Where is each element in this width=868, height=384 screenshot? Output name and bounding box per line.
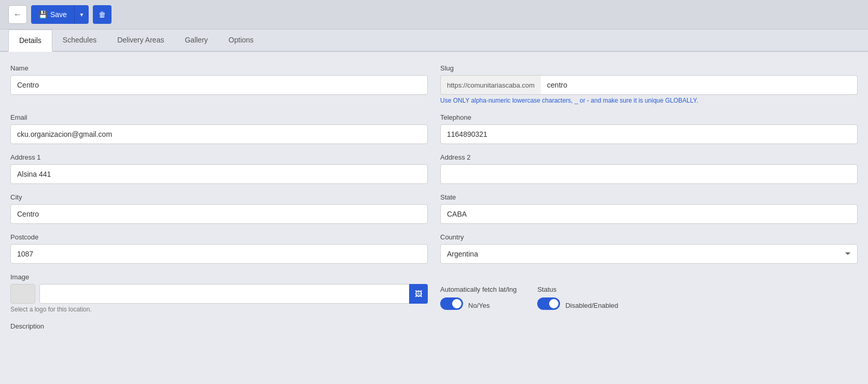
name-group: Name <box>10 64 428 104</box>
image-icon: 🖼 <box>415 290 422 298</box>
slug-group: Slug https://comunitariascaba.com Use ON… <box>440 64 858 104</box>
save-dropdown-button[interactable]: ▼ <box>74 5 89 24</box>
image-input[interactable] <box>39 284 428 304</box>
city-label: City <box>10 193 428 201</box>
telephone-input[interactable] <box>440 124 858 144</box>
auto-fetch-label: Automatically fetch lat/lng <box>440 286 516 293</box>
image-group: Image 🖼 Select a logo for this location. <box>10 273 428 313</box>
status-label: Status <box>537 286 618 293</box>
auto-fetch-slider <box>440 297 463 310</box>
address1-label: Address 1 <box>10 153 428 161</box>
tab-gallery[interactable]: Gallery <box>174 30 218 52</box>
delete-icon: 🗑 <box>99 10 106 19</box>
address1-input[interactable] <box>10 164 428 184</box>
description-group: Description <box>10 322 858 333</box>
email-group: Email <box>10 113 428 144</box>
status-toggle-row: Disabled/Enabled <box>537 297 618 313</box>
state-label: State <box>440 193 858 201</box>
save-main-button[interactable]: 💾 Save <box>31 5 74 24</box>
status-toggle-label: Disabled/Enabled <box>565 302 618 309</box>
status-slider <box>537 297 560 310</box>
address2-group: Address 2 <box>440 153 858 184</box>
image-picker-button[interactable]: 🖼 <box>409 284 428 304</box>
country-label: Country <box>440 233 858 241</box>
slug-input-group: https://comunitariascaba.com <box>440 75 858 95</box>
city-input[interactable] <box>10 204 428 224</box>
auto-fetch-toggle[interactable] <box>440 297 463 310</box>
telephone-group: Telephone <box>440 113 858 144</box>
save-button-group: 💾 Save ▼ <box>31 5 89 24</box>
toolbar: ← 💾 Save ▼ 🗑 <box>0 0 868 30</box>
country-group: Country Argentina <box>440 233 858 264</box>
slug-hint: Use ONLY alpha-numeric lowercase charact… <box>440 97 858 104</box>
slug-label: Slug <box>440 64 858 72</box>
country-select[interactable]: Argentina <box>440 244 858 264</box>
image-hint: Select a logo for this location. <box>10 306 428 313</box>
image-thumbnail <box>10 284 35 304</box>
slug-prefix: https://comunitariascaba.com <box>440 75 541 95</box>
name-input[interactable] <box>10 75 428 95</box>
state-group: State <box>440 193 858 224</box>
delete-button[interactable]: 🗑 <box>93 5 111 24</box>
save-icon: 💾 <box>38 10 47 19</box>
telephone-label: Telephone <box>440 113 858 121</box>
back-button[interactable]: ← <box>8 5 27 24</box>
tab-details[interactable]: Details <box>8 30 52 52</box>
form-area: Name Slug https://comunitariascaba.com U… <box>0 52 868 384</box>
tab-bar: Details Schedules Delivery Areas Gallery… <box>0 30 868 52</box>
image-input-wrap: 🖼 <box>39 284 428 304</box>
address1-group: Address 1 <box>10 153 428 184</box>
auto-fetch-toggle-group: Automatically fetch lat/lng No/Yes <box>440 286 516 313</box>
slug-input[interactable] <box>541 75 858 95</box>
postcode-label: Postcode <box>10 233 428 241</box>
tab-schedules[interactable]: Schedules <box>52 30 107 52</box>
tab-delivery-areas[interactable]: Delivery Areas <box>107 30 174 52</box>
chevron-down-icon: ▼ <box>79 12 84 18</box>
email-input[interactable] <box>10 124 428 144</box>
email-label: Email <box>10 113 428 121</box>
name-label: Name <box>10 64 428 72</box>
postcode-group: Postcode <box>10 233 428 264</box>
state-input[interactable] <box>440 204 858 224</box>
status-toggle-group: Status Disabled/Enabled <box>537 286 618 313</box>
save-label: Save <box>50 10 67 19</box>
back-icon: ← <box>13 10 22 19</box>
address2-input[interactable] <box>440 164 858 184</box>
toggles-group: Automatically fetch lat/lng No/Yes Statu… <box>440 273 858 313</box>
image-row: 🖼 <box>10 284 428 304</box>
auto-fetch-toggle-row: No/Yes <box>440 297 516 313</box>
image-label: Image <box>10 273 428 281</box>
address2-label: Address 2 <box>440 153 858 161</box>
city-group: City <box>10 193 428 224</box>
postcode-input[interactable] <box>10 244 428 264</box>
auto-fetch-toggle-label: No/Yes <box>468 302 489 309</box>
form-grid: Name Slug https://comunitariascaba.com U… <box>10 64 858 343</box>
status-toggle[interactable] <box>537 297 560 310</box>
tab-options[interactable]: Options <box>218 30 264 52</box>
description-label: Description <box>10 322 858 330</box>
